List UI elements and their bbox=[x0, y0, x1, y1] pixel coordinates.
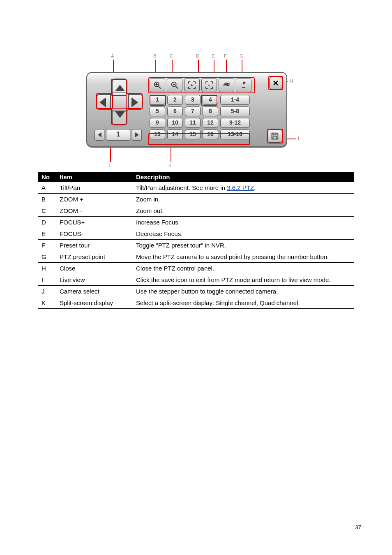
dpad-up-icon[interactable] bbox=[115, 85, 125, 91]
table-row: A Tilt/Pan Tilt/Pan adjustment. See more… bbox=[38, 182, 354, 194]
table-row: HCloseClose the PTZ control panel. bbox=[38, 263, 354, 274]
table-cell-item: ZOOM - bbox=[56, 205, 133, 217]
table-cell-no: D bbox=[38, 217, 56, 228]
channel-button-2[interactable]: 2 bbox=[167, 95, 183, 105]
table-cell-item: Camera select bbox=[56, 286, 133, 297]
svg-line-5 bbox=[176, 86, 178, 89]
camera-select-prev-button[interactable] bbox=[95, 129, 104, 141]
table-cell-no: B bbox=[38, 194, 56, 205]
leader-label-h: H bbox=[290, 79, 293, 83]
table-cell-no: E bbox=[38, 228, 56, 240]
table-header-desc: Description bbox=[133, 172, 354, 182]
leader-label-g: G bbox=[240, 53, 243, 58]
channel-button-14[interactable]: 14 bbox=[167, 130, 183, 139]
zoom-out-icon bbox=[170, 81, 179, 90]
dpad-down-icon[interactable] bbox=[115, 111, 125, 118]
channel-button-4[interactable]: 4 bbox=[203, 95, 218, 105]
dpad-right-icon[interactable] bbox=[131, 97, 138, 107]
svg-line-1 bbox=[159, 86, 161, 89]
table-cell-no: F bbox=[38, 240, 56, 251]
description-table: No Item Description A Tilt/Pan Tilt/Pan … bbox=[38, 172, 354, 309]
table-cell-no: C bbox=[38, 205, 56, 217]
table-cell-no: G bbox=[38, 251, 56, 263]
leader-label-f: F bbox=[224, 53, 227, 58]
table-cell-no: I bbox=[38, 274, 56, 286]
channel-button-16[interactable]: 16 bbox=[203, 130, 218, 139]
table-cell-item: Preset tour bbox=[56, 240, 133, 251]
table-cell-item: PTZ preset point bbox=[56, 251, 133, 263]
live-view-button[interactable] bbox=[267, 130, 282, 143]
table-cell-desc: Tilt/Pan adjustment. See more in 3.6.2 P… bbox=[133, 182, 354, 194]
table-cell-no: H bbox=[38, 263, 56, 274]
preset-tour-icon bbox=[222, 81, 231, 90]
channel-button-7[interactable]: 7 bbox=[185, 106, 201, 116]
channel-range-button-9-12[interactable]: 9-12 bbox=[220, 118, 250, 128]
close-icon: × bbox=[273, 77, 279, 89]
preset-point-button[interactable] bbox=[236, 78, 251, 92]
channel-range-button-5-8[interactable]: 5-8 bbox=[220, 106, 250, 116]
preset-tour-button[interactable] bbox=[219, 78, 234, 92]
page-number: 37 bbox=[355, 524, 361, 530]
channel-button-1[interactable]: 1 bbox=[150, 95, 165, 105]
table-cell-item: Close bbox=[56, 263, 133, 274]
channel-button-8[interactable]: 8 bbox=[203, 106, 218, 116]
table-row: DFOCUS+Increase Focus. bbox=[38, 217, 354, 228]
table-cell-no: J bbox=[38, 286, 56, 297]
dpad bbox=[96, 79, 141, 124]
table-cell-desc: Zoom in. bbox=[133, 194, 354, 205]
table-header-item: Item bbox=[56, 172, 133, 182]
focus-minus-button[interactable] bbox=[201, 78, 217, 92]
leader-label-i: I bbox=[298, 136, 299, 141]
channel-button-11[interactable]: 11 bbox=[185, 118, 201, 128]
channel-button-12[interactable]: 12 bbox=[203, 118, 218, 128]
channel-button-13[interactable]: 13 bbox=[150, 130, 165, 139]
table-cell-desc: Zoom out. bbox=[133, 205, 354, 217]
channel-button-9[interactable]: 9 bbox=[150, 118, 165, 128]
table-header-row: No Item Description bbox=[38, 172, 354, 182]
table-cell-desc: Select a split-screen display: Single ch… bbox=[133, 297, 354, 309]
table-cell-item: FOCUS+ bbox=[56, 217, 133, 228]
camera-select-stepper: 1 bbox=[95, 129, 142, 141]
focus-plus-button[interactable] bbox=[184, 78, 200, 92]
channel-button-5[interactable]: 5 bbox=[150, 106, 165, 116]
camera-select-value: 1 bbox=[106, 129, 130, 141]
table-cell-desc: Toggle "PTZ preset tour" in NVR. bbox=[133, 240, 354, 251]
table-row: ILive viewClick the save icon to exit fr… bbox=[38, 274, 354, 286]
close-button[interactable]: × bbox=[269, 77, 282, 89]
zoom-in-icon bbox=[153, 81, 162, 90]
table-cell-item: Live view bbox=[56, 274, 133, 286]
table-row: FPreset tourToggle "PTZ preset tour" in … bbox=[38, 240, 354, 251]
zoom-in-button[interactable] bbox=[150, 78, 165, 92]
table-row: JCamera selectUse the stepper button to … bbox=[38, 286, 354, 297]
leader-label-b: B bbox=[153, 53, 156, 58]
zoom-out-button[interactable] bbox=[167, 78, 182, 92]
channel-button-15[interactable]: 15 bbox=[185, 130, 201, 139]
table-header-no: No bbox=[38, 172, 56, 182]
table-row: KSplit-screen displaySelect a split-scre… bbox=[38, 297, 354, 309]
tool-row bbox=[150, 78, 251, 91]
table-row: BZOOM +Zoom in. bbox=[38, 194, 354, 205]
table-cell-no: A bbox=[38, 182, 56, 194]
dpad-left-icon[interactable] bbox=[99, 97, 106, 107]
table-cell-desc: Increase Focus. bbox=[133, 217, 354, 228]
table-row: EFOCUS-Decrease Focus. bbox=[38, 228, 354, 240]
channel-button-6[interactable]: 6 bbox=[167, 106, 183, 116]
dpad-center[interactable] bbox=[110, 92, 129, 111]
table-cell-desc: Close the PTZ control panel. bbox=[133, 263, 354, 274]
leader-label-c: C bbox=[170, 53, 173, 58]
leader-label-a: A bbox=[111, 53, 114, 58]
leader-label-d: D bbox=[196, 53, 199, 58]
channel-button-10[interactable]: 10 bbox=[167, 118, 183, 128]
camera-select-next-button[interactable] bbox=[132, 129, 142, 141]
channel-range-button-13-16[interactable]: 13-16 bbox=[220, 130, 250, 139]
table-cell-desc: Use the stepper button to toggle connect… bbox=[133, 286, 354, 297]
channel-grid: 1 2 3 4 1-4 5 6 7 8 5-8 9 10 11 12 bbox=[150, 95, 250, 141]
table-cell-desc: Decrease Focus. bbox=[133, 228, 354, 240]
leader-label-j: J bbox=[108, 163, 111, 168]
channel-button-3[interactable]: 3 bbox=[185, 95, 201, 105]
save-icon bbox=[270, 132, 279, 141]
desc-link[interactable]: 3.6.2 PTZ bbox=[227, 184, 254, 191]
focus-minus-icon bbox=[205, 81, 214, 90]
table-row: CZOOM -Zoom out. bbox=[38, 205, 354, 217]
channel-range-button-1-4[interactable]: 1-4 bbox=[220, 95, 250, 105]
